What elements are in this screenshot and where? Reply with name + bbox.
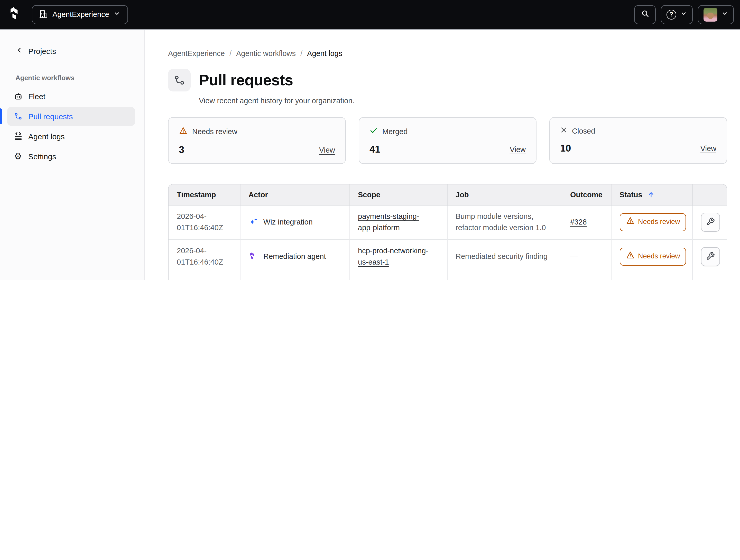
top-navbar: AgentExperience ? xyxy=(0,0,740,30)
column-header-job[interactable]: Job xyxy=(447,184,562,205)
outcome-cell: #328 xyxy=(562,205,611,240)
action-cell xyxy=(692,205,727,240)
sidebar-back-projects[interactable]: Projects xyxy=(0,43,135,59)
action-cell xyxy=(692,274,727,280)
wiz-sparkles-icon xyxy=(249,217,258,227)
robot-icon xyxy=(13,92,23,101)
job-cell: Remediated security finding xyxy=(447,240,562,274)
scope-cell: payments-staging-app-platform xyxy=(350,205,447,240)
review-action-button[interactable] xyxy=(701,247,720,266)
column-header-actor[interactable]: Actor xyxy=(240,184,350,205)
breadcrumb-separator: / xyxy=(300,49,302,58)
actor-cell: Remediation agent xyxy=(240,274,350,280)
stat-card-value: 10 xyxy=(560,143,571,154)
job-cell: Remediated security finding xyxy=(447,274,562,280)
timestamp-cell: 2026-04-01T16:46:40Z xyxy=(169,274,240,280)
stat-card-value: 41 xyxy=(369,144,380,155)
sidebar-item-label: Settings xyxy=(28,152,56,161)
help-menu-button[interactable]: ? xyxy=(661,5,693,24)
column-header-timestamp[interactable]: Timestamp xyxy=(169,184,240,205)
sort-ascending-icon xyxy=(648,191,655,198)
stat-card-label: Needs review xyxy=(192,127,238,135)
status-badge: Needs review xyxy=(620,248,686,266)
wrench-icon xyxy=(706,217,715,227)
column-header-actions xyxy=(692,184,727,205)
terraform-mark-icon xyxy=(249,252,258,262)
sidebar-item-label: Fleet xyxy=(28,92,45,101)
scope-cell: hcp-prod-networking-us-east-1 xyxy=(350,240,447,274)
breadcrumb-item[interactable]: AgentExperience xyxy=(168,49,225,58)
stat-card-view-link[interactable]: View xyxy=(510,146,526,154)
status-badge: Needs review xyxy=(620,213,686,231)
stat-card-closed: Closed 10 View xyxy=(549,117,727,164)
logs-icon xyxy=(13,132,23,141)
stat-cards: Needs review 3 View Merged 41 View Close… xyxy=(168,117,727,164)
review-action-button[interactable] xyxy=(701,213,720,232)
breadcrumb-separator: / xyxy=(229,49,232,58)
column-header-outcome[interactable]: Outcome xyxy=(562,184,611,205)
scope-link[interactable]: payments-staging-app-platform xyxy=(358,212,419,232)
warning-icon xyxy=(626,216,634,228)
stat-card-value: 3 xyxy=(179,145,184,156)
table-body: 2026-04-01T16:46:40Z Wiz integration pay… xyxy=(169,205,727,280)
breadcrumb-item[interactable]: Agentic workflows xyxy=(236,49,296,58)
status-cell: Needs review xyxy=(611,205,692,240)
outcome-link[interactable]: #328 xyxy=(570,217,587,226)
status-cell: Needs review xyxy=(611,240,692,274)
scope-cell: payments-staging-app-platform xyxy=(350,274,447,280)
pull-requests-table: TimestampActorScopeJobOutcomeStatus 2026… xyxy=(168,184,727,280)
scope-link[interactable]: hcp-prod-networking-us-east-1 xyxy=(358,247,428,266)
wrench-icon xyxy=(706,252,715,262)
status-cell: Needs review xyxy=(611,274,692,280)
stat-card-view-link[interactable]: View xyxy=(701,145,716,153)
chevron-down-icon xyxy=(114,10,120,18)
user-avatar xyxy=(704,7,717,21)
page-subtitle: View recent agent history for your organ… xyxy=(199,97,727,105)
table-row: 2026-04-01T16:46:40Z Remediation agent h… xyxy=(169,240,727,274)
terraform-logo-icon[interactable] xyxy=(7,4,25,25)
table-row: 2026-04-01T16:46:40Z Remediation agent p… xyxy=(169,274,727,280)
user-menu-button[interactable] xyxy=(698,5,734,24)
actor-cell: Remediation agent xyxy=(240,240,350,274)
column-header-status[interactable]: Status xyxy=(611,184,692,205)
sidebar-item-agent-logs[interactable]: Agent logs xyxy=(7,127,135,146)
stat-card-label: Closed xyxy=(572,127,595,135)
warning-icon xyxy=(626,251,634,263)
outcome-cell: #301 xyxy=(562,274,611,280)
active-indicator xyxy=(0,108,2,124)
stat-card-view-link[interactable]: View xyxy=(319,146,335,154)
timestamp-cell: 2026-04-01T16:46:40Z xyxy=(169,205,240,240)
search-icon xyxy=(641,9,649,19)
sidebar-item-label: Pull requests xyxy=(28,112,73,121)
gear-icon: ⚙ xyxy=(13,152,23,161)
x-icon xyxy=(560,126,567,135)
outcome-empty: — xyxy=(570,252,578,260)
actor-name: Wiz integration xyxy=(263,216,313,228)
timestamp-cell: 2026-04-01T16:46:40Z xyxy=(169,240,240,274)
sidebar-item-pull-requests[interactable]: Pull requests xyxy=(7,107,135,126)
org-switcher-button[interactable]: AgentExperience xyxy=(32,5,128,24)
main-content: AgentExperience/Agentic workflows/Agent … xyxy=(145,30,740,280)
chevron-down-icon xyxy=(680,10,687,18)
actor-cell: Wiz integration xyxy=(240,205,350,240)
help-icon: ? xyxy=(666,9,676,19)
breadcrumb: AgentExperience/Agentic workflows/Agent … xyxy=(168,49,727,58)
app-root: AgentExperience ? xyxy=(0,0,740,280)
pull-request-icon xyxy=(13,112,23,121)
chevron-down-icon xyxy=(722,10,728,18)
table-row: 2026-04-01T16:46:40Z Wiz integration pay… xyxy=(169,205,727,240)
stat-card-merged: Merged 41 View xyxy=(359,117,537,164)
search-button[interactable] xyxy=(634,5,656,24)
sidebar-back-label: Projects xyxy=(28,46,56,55)
column-header-scope[interactable]: Scope xyxy=(350,184,447,205)
job-cell: Bump module versions, refactor module ve… xyxy=(447,205,562,240)
sidebar-section-label: Agentic workflows xyxy=(15,74,135,82)
outcome-cell: — xyxy=(562,240,611,274)
sidebar-item-settings[interactable]: ⚙Settings xyxy=(7,147,135,166)
sidebar-item-fleet[interactable]: Fleet xyxy=(7,87,135,106)
organization-icon xyxy=(38,9,48,20)
warning-icon xyxy=(179,126,188,137)
sidebar-item-label: Agent logs xyxy=(28,132,65,141)
stat-card-label: Merged xyxy=(382,127,407,135)
stat-card-needs-review: Needs review 3 View xyxy=(168,117,346,164)
